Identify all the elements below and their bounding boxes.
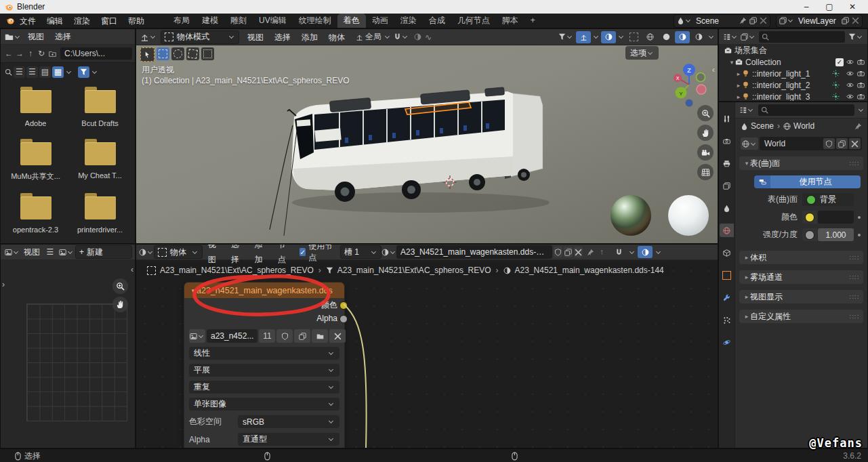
tab-uv-editing[interactable]: UV编辑 (253, 14, 293, 28)
expand-icon[interactable]: ▸ (735, 82, 742, 89)
color-socket[interactable] (339, 301, 348, 310)
vp-menu-add[interactable]: 添加 (296, 30, 323, 45)
colorspace-dropdown[interactable]: sRGB (238, 415, 339, 428)
tab-modifiers[interactable] (720, 291, 734, 304)
open-image-button[interactable] (312, 329, 328, 343)
expand-icon[interactable]: ▸ (735, 70, 742, 77)
expand-icon[interactable]: ▾ (728, 59, 735, 66)
scene-selector[interactable]: Scene (674, 14, 770, 28)
browse-material-button[interactable] (381, 246, 396, 258)
alpha-socket[interactable] (339, 315, 348, 323)
node-header[interactable]: ▾ a23_n4521_main_wagenkasten.dds (184, 282, 344, 298)
maximize-button[interactable]: ▢ (818, 2, 841, 12)
pin-icon[interactable] (587, 249, 594, 256)
tab-view-layer[interactable] (720, 179, 734, 192)
tab-layout[interactable]: 布局 (167, 14, 196, 28)
ortho-toggle-button[interactable] (697, 164, 714, 180)
drag-handle-icon[interactable]: ∷∷ (849, 160, 859, 167)
volume-panel-header[interactable]: ▸ 体积 ∷∷ (739, 251, 863, 264)
editor-type-button[interactable] (3, 30, 22, 43)
blender-menu-icon[interactable] (5, 16, 14, 25)
delete-scene-icon[interactable] (760, 17, 767, 24)
refresh-button[interactable]: ↻ (36, 47, 47, 60)
fb-menu-view[interactable]: 视图 (22, 29, 49, 44)
display-thumbnail-button[interactable]: ▦ (52, 66, 64, 78)
tab-shading[interactable]: 着色 (337, 14, 366, 28)
camera-icon[interactable] (857, 93, 865, 100)
chevron-down-icon[interactable] (66, 68, 71, 73)
fake-user-button[interactable] (554, 247, 562, 257)
vp-menu-view[interactable]: 视图 (242, 30, 269, 45)
expand-icon[interactable]: ▸ (735, 93, 742, 100)
source-dropdown[interactable]: 单张图像 (189, 398, 339, 411)
slot-dropdown[interactable]: 槽 1 (340, 245, 381, 259)
folder-item[interactable]: printerdriver... (68, 191, 132, 234)
tab-geometry-nodes[interactable]: 几何节点 (451, 14, 496, 28)
tab-output[interactable] (720, 156, 734, 170)
eye-icon[interactable] (846, 70, 854, 77)
pan-button[interactable] (697, 125, 714, 141)
eye-icon[interactable] (846, 81, 854, 89)
new-viewlayer-icon[interactable] (842, 17, 849, 24)
select-tool-button[interactable] (140, 47, 154, 62)
viewlayer-selector[interactable]: ViewLayer (776, 14, 863, 28)
up-button[interactable]: ↑ (25, 47, 36, 60)
material-name-field[interactable]: A23_N4521_main_wagenkasten.dds-144 (396, 245, 552, 259)
color-value-field[interactable] (818, 211, 854, 224)
drag-handle-icon[interactable]: ∷∷ (849, 293, 859, 301)
extension-dropdown[interactable]: 重复 (189, 381, 339, 394)
new-image-button[interactable]: + 新建 (75, 245, 132, 259)
tab-object[interactable] (720, 246, 734, 259)
strength-socket-button[interactable] (802, 228, 817, 241)
vp-menu-object[interactable]: 物体 (323, 30, 350, 45)
interpolation-dropdown[interactable]: 线性 (189, 347, 339, 360)
fake-user-button[interactable] (823, 138, 835, 149)
delete-viewlayer-icon[interactable] (852, 17, 859, 24)
mist-pass-panel-header[interactable]: ▸ 雾场通道 ∷∷ (739, 270, 863, 284)
transform-orientation-dropdown[interactable]: 全局 (354, 31, 392, 43)
breadcrumb-object[interactable]: A23_main_N4521\Ext\AC_spheros_REVO (160, 266, 314, 275)
folder-item[interactable]: Bcut Drafts (68, 85, 132, 127)
tab-world[interactable] (720, 224, 734, 237)
tab-rendering[interactable]: 渲染 (394, 14, 423, 28)
tab-scene[interactable] (720, 201, 734, 215)
new-material-button[interactable] (564, 247, 573, 257)
chevron-down-icon[interactable] (619, 34, 623, 39)
fake-user-button[interactable] (276, 329, 293, 343)
tab-animation[interactable]: 动画 (366, 14, 394, 28)
collapse-sidebar-arrow[interactable]: ‹ (712, 64, 715, 75)
tab-render[interactable] (720, 134, 734, 148)
eye-icon[interactable] (846, 58, 854, 66)
navigation-gizmo[interactable]: X Z Y (669, 63, 709, 108)
search-icon[interactable] (5, 68, 12, 76)
overlays-button[interactable] (638, 246, 653, 258)
select-box-tool-button[interactable] (157, 47, 169, 60)
cursor-tool-button[interactable] (201, 47, 214, 60)
pan-button[interactable] (112, 297, 128, 312)
menu-window[interactable]: 窗口 (96, 14, 123, 28)
tab-texture-paint[interactable]: 纹理绘制 (293, 14, 337, 28)
eye-icon[interactable] (846, 93, 854, 100)
tab-tool[interactable] (720, 112, 734, 125)
display-vertical-list-button[interactable]: ☰ (14, 66, 25, 78)
properties-search-input[interactable] (758, 104, 854, 116)
projection-dropdown[interactable]: 平展 (189, 364, 339, 377)
breadcrumb-texture[interactable]: A23_N4521_main_wagenkasten.dds-144 (515, 266, 664, 275)
folder-item[interactable]: MuMu共享文... (3, 137, 68, 182)
use-nodes-checkbox[interactable]: ✓ (299, 248, 306, 256)
menu-help[interactable]: 帮助 (123, 14, 150, 28)
chevron-down-icon[interactable] (629, 249, 634, 253)
ie-menu-view[interactable]: 视图 (21, 245, 43, 259)
camera-icon[interactable] (857, 58, 865, 66)
browse-world-button[interactable] (741, 138, 758, 150)
collapse-panel-arrow[interactable]: ‹ (131, 265, 133, 274)
editor-type-button[interactable] (139, 31, 158, 43)
new-world-button[interactable] (836, 138, 848, 149)
outliner-filter-button[interactable] (847, 30, 865, 43)
chevron-down-icon[interactable] (709, 34, 714, 39)
expand-panel-arrow[interactable]: › (2, 280, 5, 289)
add-workspace-button[interactable]: + (524, 14, 541, 28)
drag-handle-icon[interactable]: ∷∷ (849, 274, 859, 281)
browse-image-button[interactable] (58, 246, 75, 258)
outliner-search-input[interactable] (759, 31, 845, 43)
